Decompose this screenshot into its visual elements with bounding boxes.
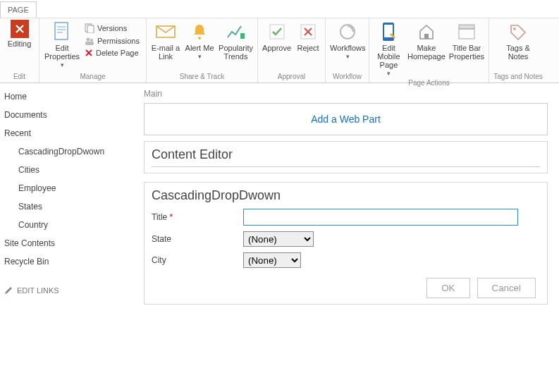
nav-site-contents[interactable]: Site Contents [4, 237, 137, 250]
chevron-down-icon: ▾ [387, 71, 391, 78]
title-bar-properties-button[interactable]: Title Bar Properties [449, 20, 484, 62]
group-label-tags-notes: Tags and Notes [493, 73, 543, 82]
city-label: City [152, 255, 243, 265]
nav-recent-item[interactable]: States [4, 200, 137, 213]
ribbon: Editing Edit Edit Properties ▾ Versions … [0, 18, 559, 83]
chevron-down-icon: ▾ [346, 54, 350, 61]
city-select[interactable]: (None) [243, 252, 301, 268]
ribbon-group-approval: Approve Reject Approval [258, 18, 326, 82]
tags-notes-button[interactable]: Tags & Notes [500, 20, 536, 62]
versions-icon [85, 23, 94, 33]
permissions-button[interactable]: Permissions [85, 35, 140, 47]
main-area: Main Add a Web Part Content Editor Casca… [141, 83, 559, 320]
alert-me-button[interactable]: Alert Me ▾ [185, 20, 214, 62]
svg-rect-2 [87, 25, 94, 33]
content-editor-panel: Content Editor [144, 141, 548, 173]
reject-icon [297, 21, 319, 42]
approve-button[interactable]: Approve [262, 20, 291, 54]
nav-recent-item[interactable]: Country [4, 219, 137, 231]
cancel-button[interactable]: Cancel [477, 278, 536, 298]
nav-recent-item[interactable]: CascadingDropDwown [4, 145, 137, 158]
reject-button[interactable]: Reject [295, 20, 321, 54]
tab-page[interactable]: PAGE [0, 1, 37, 18]
state-select[interactable]: (None) [243, 231, 314, 247]
ribbon-group-share: E-mail a Link Alert Me ▾ Popularity Tren… [147, 18, 258, 82]
svg-rect-8 [240, 33, 245, 39]
group-label-page-actions: Page Actions [374, 79, 484, 88]
tag-icon [508, 21, 529, 42]
chevron-down-icon: ▾ [198, 54, 202, 61]
ribbon-group-workflow: Workflows ▾ Workflow [326, 18, 369, 82]
svg-point-7 [198, 37, 201, 39]
nav-recycle-bin[interactable]: Recycle Bin [4, 255, 137, 268]
ok-button[interactable]: OK [426, 278, 469, 298]
nav-home[interactable]: Home [4, 90, 137, 103]
nav-recent[interactable]: Recent [4, 127, 137, 140]
trends-icon [226, 21, 247, 42]
people-icon [85, 36, 94, 46]
content-editor-title: Content Editor [152, 147, 540, 167]
svg-rect-16 [459, 29, 474, 39]
edit-links-button[interactable]: EDIT LINKS [4, 286, 137, 295]
ribbon-group-page-actions: Edit Mobile Page ▾ Make Homepage Title B… [369, 18, 489, 82]
group-label-approval: Approval [262, 73, 321, 82]
svg-rect-5 [85, 42, 94, 45]
sidebar: Home Documents Recent CascadingDropDwown… [0, 83, 141, 320]
ribbon-group-manage: Edit Properties ▾ Versions Permissions D… [39, 18, 147, 82]
envelope-icon [155, 21, 176, 42]
group-label-manage: Manage [44, 73, 142, 82]
chevron-down-icon: ▾ [61, 62, 64, 69]
edit-mobile-page-button[interactable]: Edit Mobile Page ▾ [374, 20, 404, 79]
delete-page-button[interactable]: Delete Page [85, 48, 140, 58]
svg-rect-14 [424, 34, 429, 39]
title-label: Title * [152, 212, 243, 222]
home-icon [416, 21, 437, 42]
svg-point-3 [87, 38, 90, 42]
svg-rect-15 [459, 25, 474, 29]
versions-button[interactable]: Versions [85, 23, 140, 34]
form-panel: CascadingDropDwown Title * State (None) … [144, 182, 548, 305]
group-label-share: Share & Track [151, 73, 253, 82]
add-web-part-button[interactable]: Add a Web Part [144, 103, 548, 135]
zone-title: Main [144, 89, 548, 99]
title-input[interactable] [243, 209, 518, 226]
group-label-edit: Edit [4, 73, 35, 82]
nav-documents[interactable]: Documents [4, 109, 137, 121]
edit-properties-button[interactable]: Edit Properties ▾ [44, 20, 80, 71]
nav-recent-item[interactable]: Employee [4, 182, 137, 195]
tab-row: PAGE [0, 0, 559, 18]
stop-editing-label: Editing [8, 39, 32, 48]
delete-x-icon [85, 49, 93, 57]
check-icon [266, 21, 288, 42]
state-label: State [152, 234, 243, 244]
popularity-trends-button[interactable]: Popularity Trends [219, 20, 253, 62]
bell-icon [189, 21, 210, 42]
stop-editing-button[interactable] [11, 20, 29, 38]
svg-point-4 [90, 39, 93, 42]
make-homepage-button[interactable]: Make Homepage [408, 20, 445, 62]
form-title: CascadingDropDwown [152, 188, 540, 203]
workflows-button[interactable]: Workflows ▾ [330, 20, 366, 62]
page-icon [51, 21, 73, 42]
ribbon-group-tags-notes: Tags & Notes Tags and Notes [489, 18, 547, 82]
group-label-workflow: Workflow [330, 73, 364, 82]
ribbon-group-edit: Editing Edit [0, 18, 39, 82]
email-link-button[interactable]: E-mail a Link [151, 20, 180, 62]
svg-rect-0 [55, 23, 68, 39]
pencil-icon [4, 286, 13, 295]
svg-point-17 [513, 27, 516, 30]
workflow-icon [337, 21, 358, 42]
titlebar-icon [456, 21, 477, 42]
mobile-icon [378, 21, 399, 42]
nav-recent-item[interactable]: Cities [4, 164, 137, 176]
